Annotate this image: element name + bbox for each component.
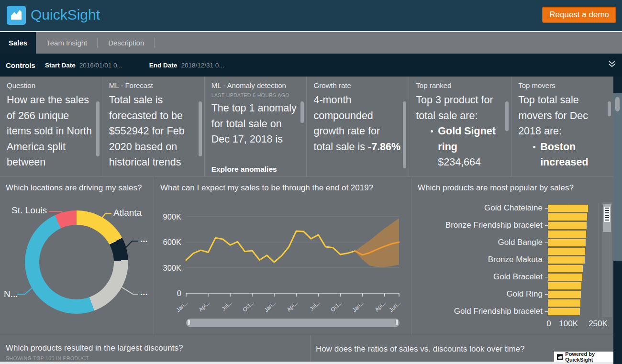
discounts-panel-title: Which products resulted in the largest d… bbox=[6, 343, 183, 353]
powered-by-badge[interactable]: Powered by QuickSight bbox=[554, 352, 621, 362]
bar-category-label: Gold Ring bbox=[412, 289, 545, 299]
controls-bar: Controls Start Date2016/01/01 0...End Da… bbox=[0, 54, 622, 77]
sales-bar[interactable] bbox=[548, 222, 587, 229]
bar-category-label: Gold Bracelet bbox=[412, 272, 545, 282]
locations-donut-panel: Which locations are driving my sales? St… bbox=[0, 177, 154, 335]
sales-bar[interactable] bbox=[548, 308, 580, 315]
donut-chart-title: Which locations are driving my sales? bbox=[6, 183, 142, 193]
tab-description[interactable]: Description bbox=[98, 32, 155, 54]
page-scrollbar-rail bbox=[613, 77, 622, 364]
forecast-line-chart[interactable]: 900K600K300K0Jan...Apr...Jul...Oct...Jan… bbox=[155, 197, 411, 316]
line-chart-title: What can I expect my sales to be through… bbox=[160, 183, 373, 193]
insight-bullet-item: Gold Signet ring bbox=[416, 123, 504, 154]
control-label: End Date bbox=[149, 62, 178, 69]
bar-rows: Gold ChatelaineBronze Friendship bracele… bbox=[412, 204, 603, 316]
svg-text:600K: 600K bbox=[163, 238, 181, 246]
sales-bar[interactable] bbox=[548, 248, 585, 255]
ratios-panel-title: How does the ratios of sales vs. discoun… bbox=[316, 344, 525, 354]
svg-text:Oct...: Oct... bbox=[242, 299, 255, 313]
insight-card-body: Total sale is forecasted to be $552942 f… bbox=[109, 92, 198, 170]
discounts-panel-subtitle: SHOWING TOP 100 IN PRODUCT bbox=[6, 355, 89, 361]
insight-card-title: Growth rate bbox=[313, 81, 402, 89]
svg-text:900K: 900K bbox=[163, 212, 181, 221]
svg-text:Oct...: Oct... bbox=[330, 299, 343, 313]
svg-text:Jan...: Jan... bbox=[175, 299, 189, 313]
insight-card-body: Top total sale movers for Dec 2018 are:B… bbox=[518, 92, 607, 170]
bar-row bbox=[412, 264, 603, 273]
insight-card-top-movers: Top moversTop total sale movers for Dec … bbox=[511, 77, 613, 176]
brand-name: QuickSight bbox=[31, 7, 100, 23]
page-scrollbar-track[interactable] bbox=[613, 93, 622, 261]
tab-sales[interactable]: Sales bbox=[0, 32, 36, 54]
sales-bar[interactable] bbox=[548, 239, 586, 246]
controls-fields: Start Date2016/01/01 0...End Date2018/12… bbox=[45, 62, 251, 69]
expand-controls-chevron-icon[interactable] bbox=[608, 60, 616, 71]
bar-chart-scrollbar-thumb[interactable] bbox=[603, 204, 611, 232]
insight-card-question: QuestionHow are the sales of 266 unique … bbox=[0, 77, 102, 176]
sales-bar[interactable] bbox=[548, 205, 588, 212]
quicksight-badge-icon bbox=[557, 354, 563, 360]
insight-card-title: ML - Anomaly detection bbox=[211, 81, 300, 89]
bar-row: Gold Friendship bracelet bbox=[412, 307, 603, 316]
svg-text:Jun...: Jun... bbox=[388, 299, 401, 313]
control-label: Start Date bbox=[45, 62, 76, 69]
control-start-date[interactable]: Start Date2016/01/01 0... bbox=[45, 62, 122, 69]
time-range-slider[interactable] bbox=[186, 319, 400, 327]
sales-bar[interactable] bbox=[548, 282, 581, 289]
insight-card-ml-forecast: ML - ForecastTotal sale is forecasted to… bbox=[102, 77, 205, 176]
sales-bar[interactable] bbox=[548, 256, 585, 264]
request-demo-button[interactable]: Request a demo bbox=[542, 7, 616, 23]
sales-bar[interactable] bbox=[548, 274, 582, 281]
card-scrollbar-thumb[interactable] bbox=[608, 101, 611, 116]
card-scrollbar-thumb[interactable] bbox=[505, 101, 509, 131]
sales-bar[interactable] bbox=[548, 299, 580, 307]
bar-row: Gold Bracelet bbox=[412, 273, 603, 281]
bar-row bbox=[412, 281, 603, 290]
sales-bar[interactable] bbox=[548, 213, 587, 221]
bar-category-label: Gold Friendship bracelet bbox=[412, 307, 545, 316]
sales-bar[interactable] bbox=[548, 291, 581, 298]
svg-text:Apr...: Apr... bbox=[286, 299, 299, 312]
control-value: 2018/12/31 0... bbox=[181, 62, 224, 69]
sales-forecast-panel: What can I expect my sales to be through… bbox=[155, 177, 411, 335]
bar-row: Gold Ring bbox=[412, 290, 603, 298]
bar-row: Bronze Friendship bracelet bbox=[412, 221, 603, 230]
bottom-panel-divider bbox=[310, 335, 311, 362]
bottom-scroll-strip[interactable] bbox=[0, 362, 615, 364]
card-scrollbar-thumb[interactable] bbox=[403, 101, 406, 168]
svg-text:Jul...: Jul... bbox=[309, 299, 321, 312]
slider-left-handle[interactable] bbox=[187, 319, 190, 326]
insight-card-subtitle: LAST UPDATED 6 HOURS AGO bbox=[211, 92, 300, 98]
bar-category-label: Gold Chatelaine bbox=[412, 203, 545, 213]
page-scrollbar-thumb[interactable] bbox=[615, 97, 620, 111]
bar-axis-label: 100K bbox=[559, 319, 578, 329]
insight-card-row: QuestionHow are the sales of 266 unique … bbox=[0, 77, 613, 177]
card-scrollbar-thumb[interactable] bbox=[96, 101, 100, 156]
popular-products-panel: Which products are most popular by sales… bbox=[412, 177, 613, 335]
sales-bar[interactable] bbox=[548, 231, 586, 238]
bar-row: Gold Chatelaine bbox=[412, 204, 603, 212]
svg-text:Jan...: Jan... bbox=[351, 299, 365, 313]
insight-card-title: ML - Forecast bbox=[109, 81, 198, 89]
control-value: 2016/01/01 0... bbox=[79, 62, 122, 69]
card-scrollbar-thumb[interactable] bbox=[300, 101, 304, 123]
bar-category-label: Bronze Makuṭa bbox=[412, 255, 545, 265]
svg-text:300K: 300K bbox=[163, 264, 181, 272]
row-divider bbox=[0, 335, 613, 335]
card-scrollbar-thumb[interactable] bbox=[199, 101, 202, 156]
svg-text:Jan...: Jan... bbox=[263, 299, 277, 313]
bar-row bbox=[412, 230, 603, 238]
insight-card-title: Top movers bbox=[518, 81, 607, 89]
explore-anomalies-link[interactable]: Explore anomalies bbox=[211, 164, 295, 174]
scrollbar-grip-icon bbox=[604, 207, 610, 222]
insight-card-body: The top 1 anomaly for total sale on Dec … bbox=[211, 100, 300, 147]
bar-row: Gold Bangle bbox=[412, 238, 603, 247]
bar-row bbox=[412, 298, 603, 307]
svg-text:Jul...: Jul... bbox=[221, 299, 233, 312]
donut-label-ellipsis-2: ... bbox=[140, 287, 148, 298]
slider-right-handle[interactable] bbox=[395, 319, 399, 326]
insight-card-body: How are the sales of 266 unique items so… bbox=[7, 92, 95, 170]
control-end-date[interactable]: End Date2018/12/31 0... bbox=[149, 62, 224, 69]
tab-team-insight[interactable]: Team Insight bbox=[36, 32, 98, 54]
sales-bar[interactable] bbox=[548, 265, 583, 272]
